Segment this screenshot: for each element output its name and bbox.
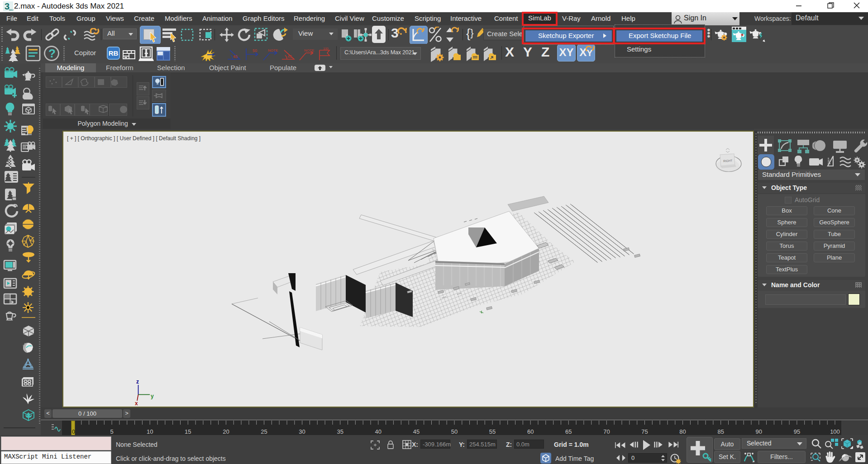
svg-text:40: 40 bbox=[375, 428, 382, 435]
svg-text:5: 5 bbox=[110, 428, 113, 435]
svg-text:85: 85 bbox=[717, 428, 724, 435]
svg-text:65: 65 bbox=[565, 428, 572, 435]
svg-text:35: 35 bbox=[337, 428, 343, 435]
svg-text:z: z bbox=[136, 379, 139, 385]
svg-text:45: 45 bbox=[413, 428, 420, 435]
svg-text:100: 100 bbox=[323, 47, 329, 50]
svg-text:50: 50 bbox=[451, 428, 458, 435]
svg-text:RIGHT: RIGHT bbox=[723, 159, 733, 162]
svg-text:75: 75 bbox=[641, 428, 648, 435]
svg-text:100: 100 bbox=[830, 428, 840, 435]
svg-text:25: 25 bbox=[261, 428, 267, 435]
svg-text:55: 55 bbox=[489, 428, 496, 435]
svg-text:45: 45 bbox=[287, 54, 292, 59]
svg-text:50: 50 bbox=[253, 48, 257, 53]
svg-text:10: 10 bbox=[147, 428, 153, 435]
svg-text:80: 80 bbox=[679, 428, 686, 435]
svg-text:70: 70 bbox=[603, 428, 610, 435]
svg-text:?: ? bbox=[48, 47, 56, 60]
svg-text:30: 30 bbox=[299, 428, 305, 435]
svg-text:NOTE: NOTE bbox=[268, 48, 278, 52]
svg-text:15: 15 bbox=[185, 428, 191, 435]
svg-text:NOTE: NOTE bbox=[304, 48, 314, 52]
svg-text:90: 90 bbox=[756, 428, 762, 435]
svg-text:MAX: MAX bbox=[9, 9, 14, 11]
svg-text:x: x bbox=[135, 400, 138, 407]
svg-text:45: 45 bbox=[233, 54, 238, 59]
svg-text:20: 20 bbox=[223, 428, 229, 435]
svg-text:y: y bbox=[151, 393, 154, 399]
svg-text:95: 95 bbox=[794, 428, 800, 435]
svg-text:60: 60 bbox=[527, 428, 534, 435]
